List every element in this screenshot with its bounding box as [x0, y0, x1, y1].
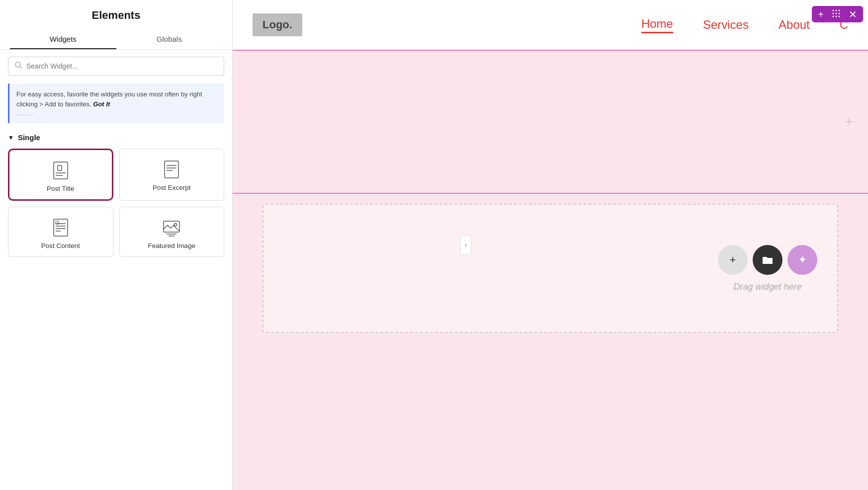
- drop-folder-button[interactable]: [753, 245, 782, 275]
- canvas: Logo. Home Services About C + ✕ +: [233, 0, 868, 490]
- single-section-label: Single: [18, 133, 40, 142]
- post-title-icon: [51, 160, 71, 180]
- tab-globals[interactable]: Globals: [116, 30, 223, 49]
- post-content-icon: [51, 217, 71, 237]
- drag-widget-label: Drag widget here: [733, 282, 801, 292]
- svg-point-22: [839, 10, 840, 11]
- canvas-navbar: Logo. Home Services About C + ✕: [233, 0, 868, 50]
- drop-controls: + ✦ Drag widget here: [718, 245, 817, 292]
- widget-post-content-label: Post Content: [41, 242, 80, 249]
- nav-link-home[interactable]: Home: [641, 17, 673, 33]
- svg-point-17: [174, 224, 177, 226]
- drop-add-button[interactable]: +: [718, 245, 748, 275]
- got-it-link[interactable]: Got It: [93, 100, 110, 108]
- drop-buttons: + ✦: [718, 245, 817, 275]
- left-panel: Elements Widgets Globals For easy access…: [0, 0, 233, 490]
- widget-post-content[interactable]: Post Content: [8, 207, 113, 257]
- panel-title: Elements: [10, 9, 222, 30]
- svg-line-1: [20, 67, 22, 69]
- svg-point-27: [836, 16, 837, 17]
- widget-post-title[interactable]: Post Title: [8, 149, 113, 201]
- toolbar-add-button[interactable]: +: [818, 9, 824, 19]
- chevron-down-icon[interactable]: ▼: [8, 134, 14, 141]
- canvas-pink-section: +: [233, 50, 868, 194]
- nav-link-about[interactable]: About: [779, 18, 810, 32]
- tabs-row: Widgets Globals: [10, 30, 222, 49]
- panel-header: Elements Widgets Globals: [0, 0, 232, 50]
- navbar-toolbar: + ✕: [812, 6, 863, 22]
- search-icon: [14, 61, 22, 71]
- info-dots: ........: [16, 110, 217, 117]
- featured-image-icon: [162, 217, 181, 237]
- svg-point-23: [833, 13, 834, 14]
- svg-point-21: [836, 10, 837, 11]
- svg-point-20: [833, 10, 834, 11]
- widget-featured-image-label: Featured Image: [148, 242, 195, 249]
- collapse-panel-button[interactable]: ‹: [460, 235, 471, 255]
- drop-area[interactable]: + ✦ Drag widget here: [262, 204, 838, 333]
- widget-post-excerpt[interactable]: Post Excerpt: [119, 149, 225, 201]
- svg-point-25: [839, 13, 840, 14]
- panel-body: For easy access, favorite the widgets yo…: [0, 50, 232, 490]
- widgets-grid: Post Title Post Excerpt: [8, 149, 224, 257]
- nav-logo: Logo.: [253, 13, 302, 36]
- svg-rect-3: [58, 165, 62, 170]
- svg-point-28: [839, 16, 840, 17]
- toolbar-close-button[interactable]: ✕: [849, 9, 857, 19]
- svg-point-26: [833, 16, 834, 17]
- search-box: [8, 57, 224, 76]
- toolbar-grid-button[interactable]: [832, 9, 841, 19]
- widget-post-excerpt-label: Post Excerpt: [153, 184, 191, 191]
- drop-magic-button[interactable]: ✦: [787, 245, 817, 275]
- svg-rect-6: [165, 161, 178, 178]
- widget-featured-image[interactable]: Featured Image: [119, 207, 225, 257]
- widget-post-title-label: Post Title: [47, 185, 75, 192]
- info-box: For easy access, favorite the widgets yo…: [8, 83, 224, 123]
- search-input[interactable]: [26, 62, 218, 70]
- nav-link-services[interactable]: Services: [703, 18, 749, 32]
- canvas-add-icon[interactable]: +: [845, 114, 853, 130]
- svg-point-24: [836, 13, 837, 14]
- tab-widgets[interactable]: Widgets: [10, 30, 116, 49]
- post-excerpt-icon: [162, 159, 181, 179]
- single-section-header: ▼ Single: [8, 133, 224, 142]
